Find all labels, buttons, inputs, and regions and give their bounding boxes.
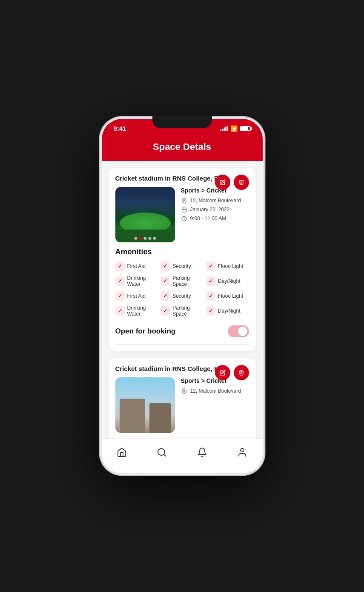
user-icon	[237, 447, 248, 458]
delete-button-1[interactable]	[234, 175, 249, 190]
card-2-wrapper: Cricket stadium in RNS College, BLR	[115, 365, 249, 433]
card-1: Cricket stadium in RNS College, BLR	[109, 168, 256, 351]
dot-3	[143, 237, 146, 240]
checkmark-icon: ✓	[118, 293, 122, 299]
scroll-content[interactable]: Cricket stadium in RNS College, BLR	[102, 161, 263, 473]
signal-bar-4	[226, 126, 228, 131]
card-1-top: Sports > Cricket 12, Malcom Boulevard	[115, 187, 249, 242]
checkmark-icon: ✓	[209, 293, 213, 299]
stadium-image-1	[115, 187, 175, 242]
amenity-label-floodlight-1: Flood Light	[218, 263, 243, 269]
search-icon	[156, 447, 167, 458]
amenity-parking-1: ✓ Parking Space	[161, 275, 203, 287]
page-title: Space Detals	[110, 141, 254, 152]
card-2-actions	[215, 365, 249, 380]
amenity-water-1: ✓ Drinking Water	[115, 275, 158, 287]
card-2: Cricket stadium in RNS College, BLR	[109, 358, 256, 445]
check-floodlight-1: ✓	[206, 262, 215, 271]
card-1-details: Sports > Cricket 12, Malcom Boulevard	[181, 187, 249, 242]
amenity-label-parking-1: Parking Space	[172, 275, 203, 287]
dot-1	[134, 237, 137, 240]
nav-profile[interactable]	[230, 445, 255, 460]
amenities-title: Amenities	[115, 247, 249, 256]
check-water-2: ✓	[115, 306, 125, 316]
wifi-icon: 📶	[230, 125, 238, 132]
dot-2-active	[139, 237, 142, 240]
dot-4	[148, 237, 151, 240]
checkmark-icon: ✓	[163, 278, 167, 284]
svg-line-8	[164, 454, 166, 456]
bottom-nav	[102, 439, 263, 473]
check-daynight-1: ✓	[206, 276, 215, 286]
amenity-label-security-2: Security	[172, 293, 191, 299]
battery-icon	[240, 126, 251, 131]
booking-toggle[interactable]	[228, 325, 249, 337]
amenity-daynight-1: ✓ Day/Night	[206, 275, 249, 287]
detail-address-1: 12, Malcom Boulevard	[190, 198, 241, 204]
check-security-2: ✓	[161, 291, 170, 301]
stadium-image-2	[115, 377, 175, 433]
check-daynight-2: ✓	[206, 306, 215, 316]
checkmark-icon: ✓	[209, 308, 213, 314]
checkmark-icon: ✓	[209, 263, 213, 269]
check-first-aid-2: ✓	[115, 291, 125, 301]
check-parking-1: ✓	[161, 276, 170, 286]
card-divider	[115, 344, 249, 345]
bell-icon	[197, 447, 208, 458]
signal-bar-1	[220, 129, 221, 131]
check-security-1: ✓	[161, 262, 170, 271]
checkmark-icon: ✓	[118, 308, 122, 314]
nav-notifications[interactable]	[190, 445, 215, 460]
detail-date-row-1: January 23, 2022	[181, 206, 249, 213]
detail-date-1: January 23, 2022	[190, 207, 230, 213]
amenity-first-aid-2: ✓ First Aid	[115, 291, 158, 301]
check-first-aid-1: ✓	[115, 262, 125, 271]
amenity-label-first-aid-2: First Aid	[127, 293, 146, 299]
booking-label: Open for booking	[115, 327, 176, 336]
card-1-actions	[215, 175, 249, 190]
check-floodlight-2: ✓	[206, 291, 215, 301]
edit-button-2[interactable]	[215, 365, 230, 380]
amenity-label-water-1: Drinking Water	[127, 275, 158, 287]
clock-icon-1	[181, 215, 188, 222]
nav-search[interactable]	[149, 445, 174, 460]
card-2-image	[115, 377, 175, 433]
signal-bars-icon	[220, 126, 228, 131]
amenity-label-security-1: Security	[172, 263, 191, 269]
amenity-floodlight-1: ✓ Flood Light	[206, 262, 249, 271]
edit-button-1[interactable]	[215, 175, 230, 190]
detail-address-row-2: 12, Malcom Boulevard	[181, 388, 249, 394]
checkmark-icon: ✓	[163, 293, 167, 299]
status-icons: 📶	[220, 125, 251, 132]
checkmark-icon: ✓	[118, 278, 122, 284]
detail-time-row-1: 9:00 - 11:00 AM	[181, 215, 249, 222]
amenity-security-2: ✓ Security	[161, 291, 203, 301]
phone-frame: 9:41 📶 Space Detals	[99, 116, 265, 476]
nav-home[interactable]	[109, 445, 134, 460]
amenity-label-floodlight-2: Flood Light	[218, 293, 243, 299]
svg-point-6	[183, 390, 185, 391]
amenities-grid-row1: ✓ First Aid ✓ Security ✓ Flood Light	[115, 262, 249, 317]
checkmark-icon: ✓	[163, 263, 167, 269]
detail-time-1: 9:00 - 11:00 AM	[190, 216, 226, 221]
checkmark-icon: ✓	[209, 278, 213, 284]
signal-bar-2	[222, 129, 224, 131]
notch	[152, 116, 212, 128]
amenity-label-parking-2: Parking Space	[172, 305, 203, 317]
card-2-top: Sports > Cricket 12, Malcom Boulevard	[115, 377, 249, 433]
checkmark-icon: ✓	[163, 308, 167, 314]
checkmark-icon: ✓	[118, 263, 122, 269]
location-icon-1	[181, 197, 188, 204]
check-parking-2: ✓	[161, 306, 170, 316]
detail-address-row-1: 12, Malcom Boulevard	[181, 197, 249, 204]
status-time: 9:41	[114, 125, 126, 132]
calendar-icon-1	[181, 206, 188, 213]
amenity-label-daynight-1: Day/Night	[218, 278, 241, 284]
svg-rect-1	[182, 208, 186, 212]
booking-row: Open for booking	[115, 324, 249, 337]
svg-point-9	[241, 448, 244, 452]
card-1-image	[115, 187, 175, 242]
delete-button-2[interactable]	[234, 365, 249, 380]
amenity-floodlight-2: ✓ Flood Light	[206, 291, 249, 301]
amenity-water-2: ✓ Drinking Water	[115, 305, 158, 317]
